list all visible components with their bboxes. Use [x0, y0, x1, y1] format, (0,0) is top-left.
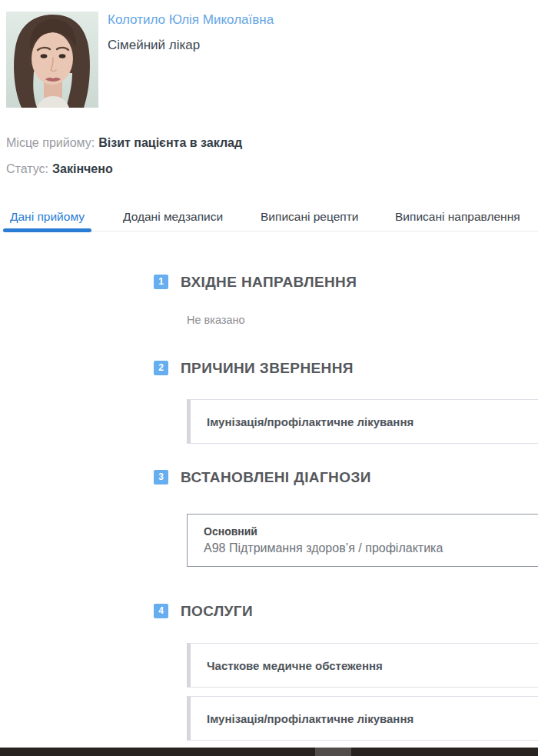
bottom-scrollbar-thumb[interactable]: [315, 748, 351, 756]
referral-empty-text: Не вказано: [187, 314, 245, 326]
doctor-photo: [6, 12, 98, 108]
bottom-scrollbar-track: [0, 748, 538, 756]
section-services-header: 4ПОСЛУГИ: [154, 604, 253, 619]
section-number-badge: 4: [154, 604, 168, 618]
reason-text: Імунізація/профілактичне лікування: [207, 415, 413, 428]
place-value: Візит пацієнта в заклад: [98, 136, 242, 149]
tab-issued-prescriptions[interactable]: Виписані рецепти: [261, 210, 358, 224]
section-title: ПОСЛУГИ: [181, 604, 253, 619]
status-row: Статус:Закінчено: [6, 161, 113, 178]
tab-visit-data[interactable]: Дані прийому: [10, 210, 85, 224]
place-label: Місце прийому:: [6, 136, 95, 149]
section-incoming-referral-header: 1ВХІДНЕ НАПРАВЛЕННЯ: [154, 275, 357, 290]
section-reasons-header: 2ПРИЧИНИ ЗВЕРНЕННЯ: [154, 361, 354, 376]
diagnosis-text: A98 Підтримання здоров’я / профілактика: [204, 539, 538, 558]
section-title: ПРИЧИНИ ЗВЕРНЕННЯ: [181, 361, 354, 376]
doctor-portrait-image: [6, 12, 98, 108]
service-text: Імунізація/профілактичне лікування: [207, 712, 413, 725]
service-text: Часткове медичне обстеження: [207, 659, 383, 672]
reason-card: Імунізація/профілактичне лікування: [187, 399, 538, 444]
section-diagnoses-header: 3ВСТАНОВЛЕНІ ДІАГНОЗИ: [154, 470, 371, 485]
service-card: Часткове медичне обстеження: [187, 643, 538, 688]
section-number-badge: 3: [154, 470, 168, 485]
section-title: ВХІДНЕ НАПРАВЛЕННЯ: [181, 275, 357, 290]
diagnosis-type-label: Основний: [204, 525, 538, 539]
doctor-role: Сімейний лікар: [108, 36, 200, 55]
section-number-badge: 2: [154, 361, 168, 375]
place-row: Місце прийому:Візит пацієнта в заклад: [6, 135, 242, 152]
section-number-badge: 1: [154, 275, 168, 289]
doctor-name-link[interactable]: Колотило Юлія Миколаївна: [108, 11, 274, 29]
status-value: Закінчено: [52, 162, 113, 175]
active-tab-indicator: [3, 228, 91, 232]
visit-details-page: Колотило Юлія Миколаївна Сімейний лікар …: [0, 0, 538, 756]
tab-bar: Дані прийому Додані медзаписи Виписані р…: [0, 206, 538, 232]
tab-issued-referrals[interactable]: Виписані направлення: [395, 210, 520, 224]
status-label: Статус:: [6, 162, 48, 175]
service-card: Імунізація/профілактичне лікування: [187, 696, 538, 741]
tab-added-medrecords[interactable]: Додані медзаписи: [123, 210, 223, 224]
section-title: ВСТАНОВЛЕНІ ДІАГНОЗИ: [181, 470, 371, 485]
diagnosis-card: Основний A98 Підтримання здоров’я / проф…: [187, 514, 538, 567]
